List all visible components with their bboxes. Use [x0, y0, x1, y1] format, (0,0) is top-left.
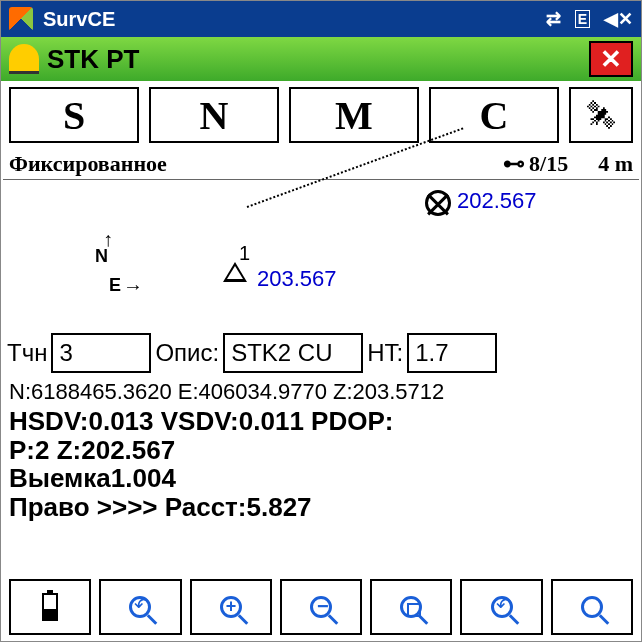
zoom-out-button[interactable] — [280, 579, 362, 635]
signal-icon[interactable]: E — [575, 10, 590, 28]
zoom-window-button[interactable] — [370, 579, 452, 635]
zoom-window-icon — [400, 596, 422, 618]
volume-icon[interactable]: ◀✕ — [604, 8, 633, 30]
helmet-icon — [9, 44, 39, 74]
height-label: HT: — [367, 339, 403, 367]
taskbar: SurvCE ⇄ E ◀✕ — [1, 1, 641, 37]
status-row: Фиксированное ⊷ 8/15 4 m — [1, 149, 641, 179]
zoom-previous-button[interactable] — [460, 579, 542, 635]
zoom-extents-icon — [129, 596, 151, 618]
connectivity-icon[interactable]: ⇄ — [546, 8, 561, 30]
target-point-marker — [425, 190, 451, 216]
input-row: Тчн Опис: HT: — [1, 329, 641, 377]
target-point-elev: 202.567 — [457, 188, 537, 214]
easting-value: E:406034.9770 — [178, 379, 327, 405]
current-point-number: 1 — [239, 242, 250, 265]
north-indicator: N — [95, 246, 108, 267]
zoom-in-button[interactable] — [190, 579, 272, 635]
close-button[interactable]: ✕ — [589, 41, 633, 77]
satellite-count: 8/15 — [529, 151, 568, 177]
screen-title: STK PT — [47, 44, 589, 75]
elevation-value: Z:203.5712 — [333, 379, 444, 405]
zoom-previous-icon — [491, 596, 513, 618]
zoom-extents-button[interactable] — [99, 579, 181, 635]
satellite-chain-icon: ⊷ — [503, 151, 525, 177]
bottom-toolbar — [1, 573, 641, 641]
zoom-out-icon — [310, 596, 332, 618]
app-window: SurvCE ⇄ E ◀✕ STK PT ✕ S N M C 🛰︎ Фиксир… — [0, 0, 642, 642]
stakeout-info: HSDV:0.013 VSDV:0.011 PDOP: P:2 Z:202.56… — [1, 407, 641, 521]
view-settings-button[interactable] — [551, 579, 633, 635]
titlebar: STK PT ✕ — [1, 37, 641, 81]
store-button[interactable]: S — [9, 87, 139, 143]
current-point-marker — [223, 262, 247, 282]
satellite-button[interactable]: 🛰︎ — [569, 87, 633, 143]
description-label: Опис: — [155, 339, 219, 367]
mode-button-row: S N M C 🛰︎ — [1, 81, 641, 149]
description-input[interactable] — [223, 333, 363, 373]
menu-button[interactable]: M — [289, 87, 419, 143]
zoom-in-icon — [220, 596, 242, 618]
distance-value: 4 m — [598, 151, 633, 177]
taskbar-title: SurvCE — [43, 8, 546, 31]
coordinate-row: N:6188465.3620 E:406034.9770 Z:203.5712 — [1, 377, 641, 407]
battery-icon — [42, 593, 58, 621]
view-settings-icon — [581, 596, 603, 618]
battery-button[interactable] — [9, 579, 91, 635]
taskbar-tray: ⇄ E ◀✕ — [546, 8, 633, 30]
height-input[interactable] — [407, 333, 497, 373]
direction-line: Право >>>> Расст:5.827 — [9, 493, 633, 522]
precision-line: HSDV:0.013 VSDV:0.011 PDOP: — [9, 407, 633, 436]
fix-status: Фиксированное — [9, 151, 503, 177]
current-point-elev: 203.567 — [257, 266, 337, 292]
cut-fill-line: Выемка1.004 — [9, 464, 633, 493]
point-label: Тчн — [7, 339, 47, 367]
east-indicator: E — [109, 275, 121, 296]
pz-line: P:2 Z:202.567 — [9, 436, 633, 465]
next-button[interactable]: N — [149, 87, 279, 143]
point-input[interactable] — [51, 333, 151, 373]
map-canvas[interactable]: N E 1 203.567 202.567 — [3, 179, 639, 329]
windows-logo-icon[interactable] — [9, 7, 33, 31]
northing-value: N:6188465.3620 — [9, 379, 172, 405]
satellite-icon: 🛰︎ — [587, 99, 615, 132]
